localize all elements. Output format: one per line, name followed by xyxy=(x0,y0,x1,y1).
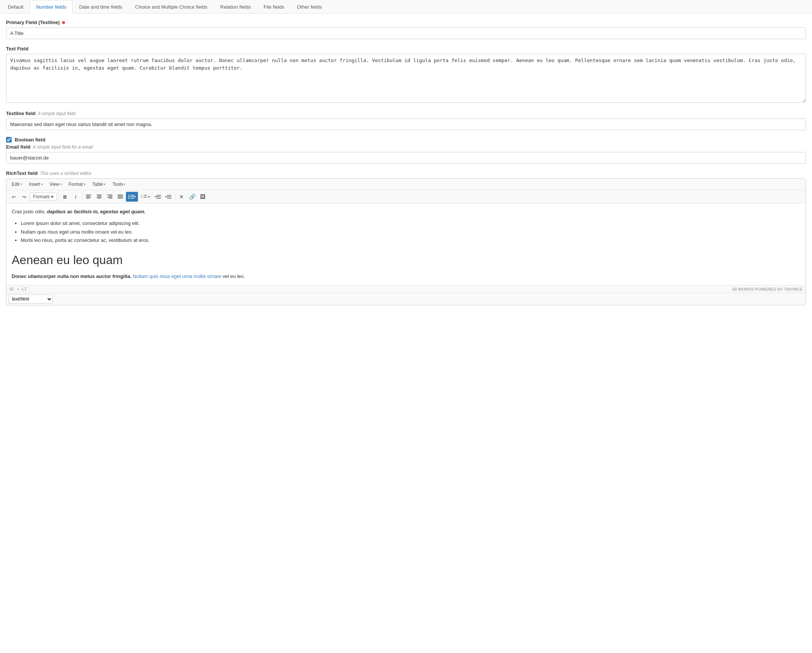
tab-relation[interactable]: Relation fields xyxy=(214,0,258,14)
tab-file[interactable]: File fields xyxy=(257,0,291,14)
menu-insert-arrow: ▾ xyxy=(41,182,43,186)
primary-field-section: Primary Field (Textline) xyxy=(6,20,806,39)
email-field-label: Email field A simple input field for a e… xyxy=(6,144,806,150)
richtext-toolbar: ↩ ↪ Formats ▾ B I xyxy=(6,190,806,203)
outdent-button[interactable] xyxy=(153,192,163,202)
undo-button[interactable]: ↩ xyxy=(9,192,18,202)
list-item: Lorem ipsum dolor sit amet, consectetur … xyxy=(21,220,800,228)
richtext-intro: Cras justo odio, dapibus ac facilisis in… xyxy=(12,208,800,216)
list-item: Morbi leo risus, porta ac consectetur ac… xyxy=(21,237,800,245)
italic-button[interactable]: I xyxy=(71,192,81,202)
richtext-field-label: RichText field This uses a richtext edit… xyxy=(6,170,806,176)
richtext-word-count: 59 WORDS POWERED BY TINYMCE xyxy=(732,287,803,292)
tab-choice[interactable]: Choice and Multiple Choice fields xyxy=(128,0,214,14)
indent-button[interactable] xyxy=(163,192,173,202)
tabs-bar: Default Number fields Date and time fiel… xyxy=(0,0,812,14)
formats-dropdown[interactable]: Formats ▾ xyxy=(30,193,57,201)
richtext-content-area[interactable]: Cras justo odio, dapibus ac facilisis in… xyxy=(6,203,806,285)
svg-point-18 xyxy=(128,196,129,197)
link-button[interactable]: 🔗 xyxy=(187,192,197,202)
menu-view[interactable]: View ▾ xyxy=(47,180,65,188)
menu-view-arrow: ▾ xyxy=(60,182,62,186)
richtext-menubar: Edit ▾ Insert ▾ View ▾ Format ▾ Table xyxy=(6,179,806,190)
menu-edit[interactable]: Edit ▾ xyxy=(9,180,25,188)
richtext-list: Lorem ipsum dolor sit amet, consectetur … xyxy=(21,220,800,245)
primary-field-label: Primary Field (Textline) xyxy=(6,20,806,25)
tab-datetime[interactable]: Date and time fields xyxy=(73,0,128,14)
list-item: Nullam quis risus eget urna mollis ornar… xyxy=(21,228,800,236)
menu-insert[interactable]: Insert ▾ xyxy=(26,180,46,188)
bold-button[interactable]: B xyxy=(60,192,70,202)
menu-tools-arrow: ▾ xyxy=(124,182,125,186)
remove-format-button[interactable]: ✕ xyxy=(177,192,186,202)
menu-table-arrow: ▾ xyxy=(104,182,105,186)
olist-arrow-icon: ▾ xyxy=(148,195,150,199)
boolean-field-label: Boolean field xyxy=(15,137,46,142)
formats-arrow: ▾ xyxy=(51,194,53,199)
tab-default[interactable]: Default xyxy=(2,0,30,14)
menu-tools[interactable]: Tools ▾ xyxy=(109,180,128,188)
tab-number-fields[interactable]: Number fields xyxy=(30,0,73,14)
richtext-link[interactable]: Nullam quis risus eget urna mollis ornar… xyxy=(133,274,221,279)
svg-point-20 xyxy=(128,198,129,199)
richtext-heading: Aenean eu leo quam xyxy=(12,251,800,270)
menu-table[interactable]: Table ▾ xyxy=(90,180,109,188)
main-content: Primary Field (Textline) Text Field Viva… xyxy=(0,14,812,318)
email-field-input[interactable] xyxy=(6,152,806,164)
format-select[interactable]: text/html text/plain text/restructured xyxy=(9,295,53,304)
menu-format[interactable]: Format ▾ xyxy=(66,180,89,188)
image-button[interactable]: 🖼 xyxy=(198,192,208,202)
tab-other[interactable]: Other fields xyxy=(291,0,328,14)
textline-field-section: Textline field A simple input field xyxy=(6,110,806,130)
svg-marker-33 xyxy=(165,196,166,197)
list-arrow-icon: ▾ xyxy=(134,195,136,199)
text-field-section: Text Field Vivamus sagittis lacus vel au… xyxy=(6,46,806,104)
primary-field-input[interactable] xyxy=(6,28,806,39)
justify-button[interactable] xyxy=(115,192,125,202)
richtext-footer: text/html text/plain text/restructured xyxy=(6,293,806,305)
toolbar-sep-3 xyxy=(175,193,175,200)
toolbar-sep-2 xyxy=(82,193,82,200)
boolean-field-section: Boolean field xyxy=(6,137,806,142)
svg-marker-29 xyxy=(155,196,156,197)
required-indicator xyxy=(62,21,65,24)
menu-edit-arrow: ▾ xyxy=(20,182,22,186)
ordered-list-button[interactable]: 1.2. ▾ xyxy=(139,192,152,202)
richtext-editor: Edit ▾ Insert ▾ View ▾ Format ▾ Table xyxy=(6,178,806,306)
boolean-field-checkbox[interactable] xyxy=(6,137,12,142)
align-center-button[interactable] xyxy=(95,192,104,202)
richtext-path: UL » LI xyxy=(9,287,27,292)
toolbar-sep-1 xyxy=(58,193,59,200)
richtext-statusbar: UL » LI 59 WORDS POWERED BY TINYMCE xyxy=(6,285,806,293)
align-right-button[interactable] xyxy=(105,192,114,202)
richtext-bold-para: Donec ullamcorper nulla non metus auctor… xyxy=(12,273,800,281)
richtext-field-section: RichText field This uses a richtext edit… xyxy=(6,170,806,306)
unordered-list-button[interactable]: ▾ xyxy=(126,192,138,202)
email-field-section: Email field A simple input field for a e… xyxy=(6,144,806,164)
menu-format-arrow: ▾ xyxy=(84,182,86,186)
textline-field-input[interactable] xyxy=(6,118,806,130)
svg-text:2.: 2. xyxy=(141,196,143,198)
svg-point-16 xyxy=(128,195,129,196)
text-field-input[interactable]: Vivamus sagittis lacus vel augue laoreet… xyxy=(6,54,806,103)
textline-field-label: Textline field A simple input field xyxy=(6,110,806,116)
align-left-button[interactable] xyxy=(84,192,94,202)
redo-button[interactable]: ↪ xyxy=(19,192,29,202)
text-field-label: Text Field xyxy=(6,46,806,52)
